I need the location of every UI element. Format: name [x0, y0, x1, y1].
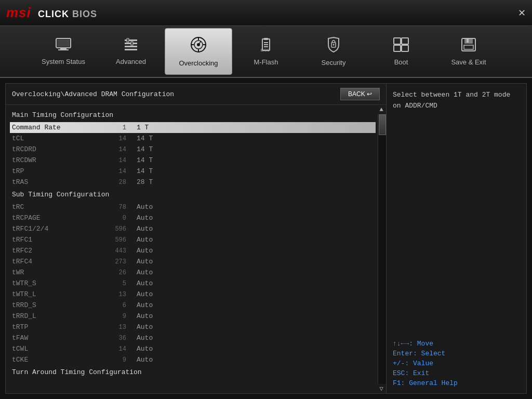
svg-rect-3 [57, 39, 70, 47]
table-row[interactable]: tRFC4273Auto [10, 256, 376, 267]
section-header: Sub Timing Configuration [10, 188, 376, 201]
setting-value: 28 T [137, 178, 153, 186]
setting-default: 14 [95, 157, 137, 164]
keybinding-row: ↑↓←→: Move [393, 340, 520, 348]
keybinding-row: +/-: Value [393, 360, 520, 367]
table-row[interactable]: tFAW36Auto [10, 332, 376, 343]
nav-item-advanced[interactable]: Advanced [97, 28, 165, 75]
advanced-icon [123, 37, 139, 55]
boot-icon [393, 37, 409, 55]
setting-name: tRC [12, 203, 95, 211]
setting-value: Auto [137, 258, 153, 265]
nav-bar: System Status Advanced Overclocking [0, 26, 532, 78]
app-logo: msi CLICK BIOS [6, 5, 97, 21]
settings-list: ▲ Main Timing ConfigurationCommand Rate1… [6, 105, 386, 393]
setting-default: 14 [95, 345, 137, 353]
setting-default: 14 [95, 146, 137, 153]
setting-default: 596 [95, 225, 137, 233]
scroll-up-button[interactable]: ▲ [377, 105, 386, 114]
svg-rect-21 [264, 44, 268, 45]
table-row[interactable]: tRCDRD1414 T [10, 144, 376, 155]
setting-value: 14 T [137, 135, 153, 142]
setting-value: Auto [137, 356, 153, 364]
setting-name: tRAS [12, 178, 95, 186]
logo-msi: msi [6, 5, 31, 20]
nav-item-system-status[interactable]: System Status [30, 28, 97, 75]
setting-name: tRCDRD [12, 145, 95, 153]
setting-default: 5 [95, 280, 137, 287]
security-label: Security [322, 59, 346, 66]
table-row[interactable]: tRRD_S6Auto [10, 300, 376, 311]
table-row[interactable]: tRP1414 T [10, 166, 376, 177]
table-row[interactable]: tRAS2828 T [10, 177, 376, 188]
table-row[interactable]: tRFC1/2/4596Auto [10, 223, 376, 234]
setting-default: 28 [95, 179, 137, 186]
setting-value: Auto [137, 290, 153, 298]
setting-default: 26 [95, 269, 137, 276]
nav-item-m-flash[interactable]: BIOS M-Flash [232, 28, 300, 75]
save-exit-label: Save & Exit [451, 58, 486, 66]
svg-rect-6 [125, 46, 137, 47]
setting-value: 1 T [137, 124, 149, 131]
system-status-label: System Status [42, 58, 85, 65]
nav-item-overclocking[interactable]: Overclocking [165, 28, 232, 75]
setting-value: Auto [137, 203, 153, 211]
table-row[interactable]: tWTR_S5Auto [10, 278, 376, 289]
nav-item-boot[interactable]: Boot [367, 28, 435, 75]
settings-panel: Overclocking\Advanced DRAM Configuration… [5, 83, 387, 394]
table-row[interactable]: tCKE9Auto [10, 354, 376, 365]
table-row[interactable]: tWR26Auto [10, 267, 376, 278]
setting-value: Auto [137, 225, 153, 233]
nav-item-security[interactable]: Security [300, 28, 367, 75]
svg-rect-32 [467, 38, 469, 43]
setting-name: tCWL [12, 345, 95, 353]
setting-name: tRFC4 [12, 258, 95, 265]
table-row[interactable]: tRTP13Auto [10, 322, 376, 332]
back-button[interactable]: BACK ↩ [340, 88, 380, 100]
setting-name: tRTP [12, 323, 95, 331]
setting-value: Auto [137, 312, 153, 320]
table-row[interactable]: Command Rate11 T [10, 122, 376, 133]
table-row[interactable]: tRFC2443Auto [10, 245, 376, 256]
setting-default: 36 [95, 335, 137, 342]
breadcrumb-bar: Overclocking\Advanced DRAM Configuration… [6, 84, 386, 105]
table-row[interactable]: tRCDWR1414 T [10, 155, 376, 166]
table-row[interactable]: tCWL14Auto [10, 343, 376, 354]
main-content: Overclocking\Advanced DRAM Configuration… [0, 78, 532, 399]
table-row[interactable]: tCL1414 T [10, 133, 376, 144]
setting-value: 14 T [137, 167, 153, 175]
keybinding-row: ESC: Exit [393, 369, 520, 377]
setting-name: tCL [12, 135, 95, 142]
setting-default: 14 [95, 168, 137, 175]
setting-default: 273 [95, 258, 137, 265]
setting-name: tRFC1/2/4 [12, 225, 95, 233]
scroll-down-button[interactable]: ▽ [377, 384, 386, 393]
logo-click: CLICK [38, 9, 72, 19]
security-icon [326, 36, 341, 56]
table-row[interactable]: tRFC1596Auto [10, 234, 376, 245]
table-row[interactable]: tRRD_L9Auto [10, 311, 376, 322]
setting-value: Auto [137, 280, 153, 287]
close-button[interactable]: ✕ [518, 7, 526, 19]
overclocking-icon [190, 36, 207, 56]
table-row[interactable]: tRCPAGE0Auto [10, 212, 376, 223]
header-bar: msi CLICK BIOS ✕ [0, 0, 532, 26]
setting-default: 78 [95, 204, 137, 211]
table-row[interactable]: tRC78Auto [10, 202, 376, 212]
svg-rect-1 [60, 48, 66, 49]
setting-default: 443 [95, 247, 137, 255]
boot-label: Boot [394, 58, 408, 66]
keybindings: ↑↓←→: MoveEnter: Select+/-: ValueESC: Ex… [393, 340, 520, 387]
setting-name: tWTR_S [12, 280, 95, 287]
m-flash-label: M-Flash [254, 58, 278, 66]
setting-default: 9 [95, 313, 137, 320]
svg-rect-20 [264, 42, 268, 43]
system-status-icon [55, 37, 72, 55]
setting-value: Auto [137, 236, 153, 244]
setting-name: Command Rate [12, 124, 95, 131]
scrollbar-thumb[interactable] [379, 114, 386, 135]
section-header: Main Timing Configuration [10, 108, 376, 121]
nav-item-save-exit[interactable]: Save & Exit [435, 28, 502, 75]
table-row[interactable]: tWTR_L13Auto [10, 289, 376, 300]
setting-default: 0 [95, 215, 137, 222]
